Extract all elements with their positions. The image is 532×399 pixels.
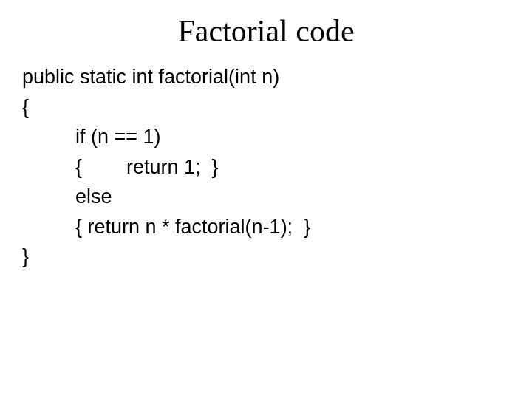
- slide-container: Factorial code public static int factori…: [0, 0, 532, 399]
- code-line-3: if (n == 1): [22, 122, 510, 152]
- slide-title: Factorial code: [22, 13, 510, 49]
- code-line-1: public static int factorial(int n): [22, 62, 510, 92]
- code-block: public static int factorial(int n) { if …: [22, 62, 510, 272]
- code-line-5: else: [22, 182, 510, 212]
- code-line-2: {: [22, 92, 510, 123]
- code-line-7: }: [22, 242, 510, 272]
- code-line-4: { return 1; }: [22, 152, 510, 183]
- code-line-6: { return n * factorial(n-1); }: [22, 212, 510, 242]
